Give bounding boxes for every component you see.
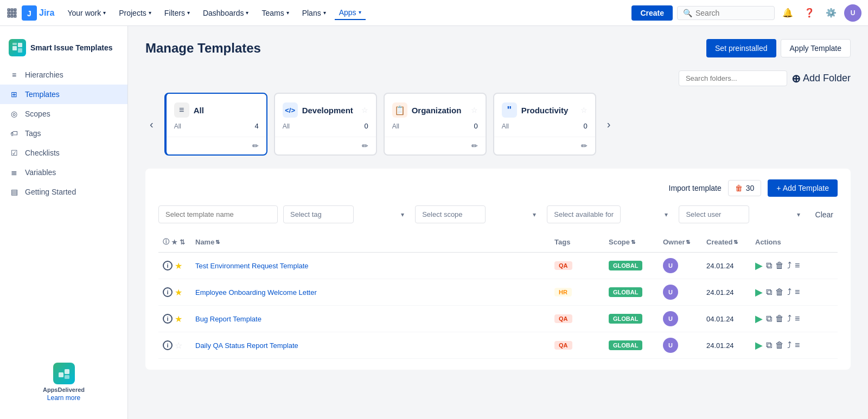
filter-scope-select[interactable]: Select scope bbox=[415, 205, 486, 223]
row-play-button-2[interactable]: ▶ bbox=[755, 313, 763, 325]
jira-logo[interactable]: J Jira bbox=[22, 5, 54, 21]
layout: Smart Issue Templates ≡ Hierarchies ⊞ Te… bbox=[0, 26, 868, 419]
folder-all[interactable]: ≡ All All 4 ✏ bbox=[164, 93, 267, 156]
clear-filters-button[interactable]: Clear bbox=[811, 206, 838, 223]
row-delete-button-3[interactable]: 🗑 bbox=[775, 340, 784, 350]
nav-plans[interactable]: Plans ▾ bbox=[298, 7, 330, 20]
create-button[interactable]: Create bbox=[631, 5, 673, 21]
row-name-1: Employee Onboarding Welcome Letter bbox=[191, 279, 550, 306]
th-name-sort[interactable]: Name ⇅ bbox=[195, 238, 546, 246]
filter-tag-select[interactable]: Select tag bbox=[283, 205, 354, 223]
row-play-button-0[interactable]: ▶ bbox=[755, 260, 763, 272]
row-scope-3: GLOBAL bbox=[604, 332, 659, 359]
folder-all-edit-button[interactable]: ✏ bbox=[252, 141, 259, 150]
row-star-1[interactable]: ★ bbox=[175, 287, 182, 298]
row-link-1[interactable]: Employee Onboarding Welcome Letter bbox=[195, 288, 317, 296]
sidebar-item-tags[interactable]: 🏷 Tags bbox=[0, 124, 127, 143]
grid-icon[interactable] bbox=[7, 8, 17, 18]
row-share-button-1[interactable]: ⤴ bbox=[787, 287, 792, 297]
svg-rect-16 bbox=[59, 372, 63, 377]
search-bar[interactable]: 🔍 bbox=[677, 6, 775, 20]
row-delete-button-2[interactable]: 🗑 bbox=[775, 314, 784, 324]
nav-filters[interactable]: Filters ▾ bbox=[160, 7, 194, 20]
import-template-button[interactable]: Import template bbox=[669, 184, 722, 192]
folder-org-edit-button[interactable]: ✏ bbox=[471, 141, 478, 150]
folder-next-button[interactable]: › bbox=[603, 114, 615, 135]
th-created-sort[interactable]: Created ⇅ bbox=[706, 238, 746, 246]
folder-dev-star[interactable]: ☆ bbox=[361, 106, 368, 114]
th-owner-sort[interactable]: Owner ⇅ bbox=[663, 238, 698, 246]
tags-icon: 🏷 bbox=[9, 128, 20, 139]
sidebar-item-templates[interactable]: ⊞ Templates bbox=[0, 85, 127, 104]
row-share-button-3[interactable]: ⤴ bbox=[787, 340, 792, 350]
filter-available-select[interactable]: Select available for bbox=[547, 205, 621, 223]
row-star-2[interactable]: ★ bbox=[175, 314, 182, 324]
folder-org-star[interactable]: ☆ bbox=[471, 106, 478, 114]
row-menu-button-2[interactable]: ≡ bbox=[795, 314, 800, 324]
folder-organization[interactable]: 📋 Organization ☆ All 0 ✏ bbox=[384, 93, 487, 156]
nav-your-work[interactable]: Your work ▾ bbox=[63, 7, 110, 20]
row-star-0[interactable]: ★ bbox=[175, 261, 182, 271]
delete-count-button[interactable]: 🗑 30 bbox=[728, 180, 762, 196]
help-button[interactable]: ❓ bbox=[801, 4, 818, 22]
add-folder-button[interactable]: ⊕ Add Folder bbox=[792, 72, 851, 85]
apply-template-button[interactable]: Apply Template bbox=[781, 39, 851, 57]
th-owner[interactable]: Owner ⇅ bbox=[659, 232, 702, 253]
row-link-2[interactable]: Bug Report Template bbox=[195, 315, 261, 323]
row-name-3: Daily QA Status Report Template bbox=[191, 332, 550, 359]
folder-org-count-label: All bbox=[392, 123, 399, 130]
add-template-button[interactable]: + Add Template bbox=[768, 179, 838, 197]
sidebar-item-getting-started[interactable]: ▤ Getting Started bbox=[0, 182, 127, 202]
th-sort-icon: ⇅ bbox=[180, 238, 185, 246]
row-menu-button-3[interactable]: ≡ bbox=[795, 340, 800, 350]
folder-prod-star[interactable]: ☆ bbox=[580, 106, 588, 114]
table-row: i ★ Employee Onboarding Welcome Letter H… bbox=[158, 279, 838, 306]
sidebar-item-checklists[interactable]: ☑ Checklists bbox=[0, 143, 127, 163]
learn-more-link[interactable]: Learn more bbox=[47, 394, 80, 402]
search-folders-input[interactable] bbox=[679, 70, 787, 86]
th-created[interactable]: Created ⇅ bbox=[702, 232, 751, 253]
row-share-button-2[interactable]: ⤴ bbox=[787, 314, 792, 324]
row-star-3[interactable]: ☆ bbox=[175, 340, 182, 351]
sidebar-item-variables[interactable]: ≣ Variables bbox=[0, 163, 127, 182]
row-copy-button-3[interactable]: ⧉ bbox=[766, 340, 772, 350]
settings-button[interactable]: ⚙️ bbox=[822, 4, 840, 22]
nav-apps[interactable]: Apps ▾ bbox=[335, 6, 366, 20]
row-copy-button-0[interactable]: ⧉ bbox=[766, 261, 772, 270]
filter-available-wrapper: Select available for bbox=[547, 205, 673, 223]
filter-user-select[interactable]: Select user bbox=[679, 205, 749, 223]
th-scope[interactable]: Scope ⇅ bbox=[604, 232, 659, 253]
svg-rect-3 bbox=[8, 12, 10, 14]
row-delete-button-0[interactable]: 🗑 bbox=[775, 261, 784, 270]
sidebar-item-hierarchies[interactable]: ≡ Hierarchies bbox=[0, 65, 127, 85]
row-link-3[interactable]: Daily QA Status Report Template bbox=[195, 341, 298, 350]
sidebar-item-scopes[interactable]: ◎ Scopes bbox=[0, 104, 127, 124]
row-delete-button-1[interactable]: 🗑 bbox=[775, 287, 784, 297]
user-avatar[interactable]: U bbox=[844, 4, 861, 22]
row-copy-button-1[interactable]: ⧉ bbox=[766, 287, 772, 297]
folder-productivity[interactable]: " Productivity ☆ All 0 ✏ bbox=[493, 93, 596, 156]
nav-teams[interactable]: Teams ▾ bbox=[257, 7, 293, 20]
row-play-button-3[interactable]: ▶ bbox=[755, 339, 763, 351]
row-menu-button-0[interactable]: ≡ bbox=[795, 261, 800, 270]
row-copy-button-2[interactable]: ⧉ bbox=[766, 314, 772, 324]
folder-dev-edit-button[interactable]: ✏ bbox=[362, 141, 368, 150]
row-play-button-1[interactable]: ▶ bbox=[755, 286, 763, 298]
set-preinstalled-button[interactable]: Set preinstalled bbox=[706, 39, 776, 57]
row-tag-2: QA bbox=[554, 314, 572, 323]
folders-bar: ⊕ Add Folder bbox=[145, 70, 851, 86]
templates-table: ⓘ ★ ⇅ Name ⇅ bbox=[158, 232, 838, 359]
notifications-button[interactable]: 🔔 bbox=[779, 4, 796, 22]
search-input[interactable] bbox=[695, 9, 761, 17]
folder-development[interactable]: </> Development ☆ All 0 ✏ bbox=[274, 93, 377, 156]
th-scope-sort[interactable]: Scope ⇅ bbox=[609, 238, 654, 246]
row-link-0[interactable]: Test Environment Request Template bbox=[195, 262, 309, 270]
folder-prod-edit-button[interactable]: ✏ bbox=[581, 141, 588, 150]
nav-projects[interactable]: Projects ▾ bbox=[114, 7, 156, 20]
row-menu-button-1[interactable]: ≡ bbox=[795, 287, 800, 297]
folder-prev-button[interactable]: ‹ bbox=[145, 114, 158, 135]
nav-dashboards[interactable]: Dashboards ▾ bbox=[199, 7, 253, 20]
row-share-button-0[interactable]: ⤴ bbox=[787, 261, 792, 270]
filter-template-name[interactable] bbox=[158, 205, 278, 223]
th-name[interactable]: Name ⇅ bbox=[191, 232, 550, 253]
